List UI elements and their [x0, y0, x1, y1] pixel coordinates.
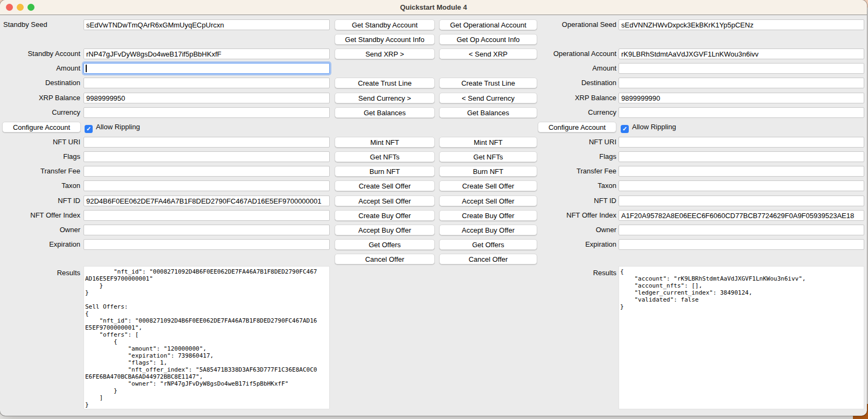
create-buy-offer-operational-button[interactable]: Create Buy Offer — [439, 210, 537, 221]
operational-amount-input[interactable] — [619, 63, 864, 74]
operational-destination-input[interactable] — [619, 78, 864, 88]
operational-seed-label: Operational Seed — [532, 19, 616, 30]
window-title: Quickstart Module 4 — [0, 0, 867, 15]
standby-destination-input[interactable] — [84, 78, 330, 88]
get-nfts-standby-button[interactable]: Get NFTs — [335, 151, 435, 162]
checkbox-checked-icon: ✓ — [85, 125, 93, 133]
standby-taxon-input[interactable] — [84, 180, 330, 191]
standby-amount-label: Amount — [0, 63, 80, 74]
operational-xrp-balance-label: XRP Balance — [532, 93, 616, 103]
standby-nft-id-input[interactable] — [84, 195, 330, 206]
operational-currency-label: Currency — [532, 107, 616, 118]
operational-results-output[interactable]: { "account": "rK9LBRhStdmtAaVdJXGVF1LnKW… — [619, 266, 864, 409]
operational-transfer-fee-input[interactable] — [619, 166, 864, 177]
operational-owner-label: Owner — [532, 225, 616, 235]
operational-account-label: Operational Account — [532, 48, 616, 59]
standby-results-output[interactable]: "nft_id": "0008271092D4B6F0EE062DE7FA46A… — [84, 266, 330, 409]
operational-nft-offer-index-label: NFT Offer Index — [532, 210, 616, 221]
standby-currency-label: Currency — [0, 107, 80, 118]
get-standby-account-info-button[interactable]: Get Standby Account Info — [335, 34, 435, 45]
accept-sell-offer-operational-button[interactable]: Accept Sell Offer — [439, 195, 537, 206]
standby-destination-label: Destination — [0, 78, 80, 88]
operational-account-input[interactable] — [619, 48, 864, 59]
text-cursor — [86, 65, 87, 72]
standby-results-label: Results — [0, 268, 80, 278]
get-offers-standby-button[interactable]: Get Offers — [335, 239, 435, 250]
allow-rippling-label: Allow Rippling — [632, 123, 676, 131]
standby-account-input[interactable] — [84, 48, 330, 59]
standby-transfer-fee-input[interactable] — [84, 166, 330, 177]
configure-account-button-standby[interactable]: Configure Account — [2, 122, 81, 132]
cancel-offer-standby-button[interactable]: Cancel Offer — [335, 254, 435, 264]
standby-nft-uri-label: NFT URI — [0, 137, 80, 148]
get-operational-account-button[interactable]: Get Operational Account — [439, 19, 537, 30]
operational-flags-input[interactable] — [619, 151, 864, 162]
standby-seed-input[interactable] — [84, 19, 330, 30]
operational-destination-label: Destination — [532, 78, 616, 88]
standby-currency-input[interactable] — [84, 107, 330, 118]
send-currency-operational-button[interactable]: < Send Currency — [439, 93, 537, 103]
operational-nft-offer-index-input[interactable] — [619, 210, 864, 221]
create-buy-offer-standby-button[interactable]: Create Buy Offer — [335, 210, 435, 221]
get-nfts-operational-button[interactable]: Get NFTs — [439, 151, 537, 162]
get-op-account-info-button[interactable]: Get Op Account Info — [439, 34, 537, 45]
standby-nft-id-label: NFT ID — [0, 195, 80, 206]
standby-transfer-fee-label: Transfer Fee — [0, 166, 80, 177]
operational-nft-id-input[interactable] — [619, 195, 864, 206]
operational-expiration-label: Expiration — [532, 239, 616, 250]
create-trust-line-standby-button[interactable]: Create Trust Line — [335, 78, 435, 88]
operational-currency-input[interactable] — [619, 107, 864, 118]
send-xrp-operational-button[interactable]: < Send XRP — [439, 48, 537, 59]
standby-xrp-balance-label: XRP Balance — [0, 93, 80, 103]
burn-nft-standby-button[interactable]: Burn NFT — [335, 166, 435, 177]
accept-sell-offer-standby-button[interactable]: Accept Sell Offer — [335, 195, 435, 206]
accept-buy-offer-operational-button[interactable]: Accept Buy Offer — [439, 225, 537, 235]
accept-buy-offer-standby-button[interactable]: Accept Buy Offer — [335, 225, 435, 235]
operational-transfer-fee-label: Transfer Fee — [532, 166, 616, 177]
get-balances-operational-button[interactable]: Get Balances — [439, 107, 537, 118]
send-currency-standby-button[interactable]: Send Currency > — [335, 93, 435, 103]
send-xrp-standby-button[interactable]: Send XRP > — [335, 48, 435, 59]
operational-seed-input[interactable] — [619, 19, 864, 30]
get-standby-account-button[interactable]: Get Standby Account — [335, 19, 435, 30]
standby-account-label: Standby Account — [0, 48, 80, 59]
burn-nft-operational-button[interactable]: Burn NFT — [439, 166, 537, 177]
operational-nft-id-label: NFT ID — [532, 195, 616, 206]
titlebar: Quickstart Module 4 — [0, 0, 867, 15]
standby-expiration-input[interactable] — [84, 239, 330, 250]
standby-xrp-balance-input[interactable] — [84, 93, 330, 103]
standby-amount-input[interactable] — [84, 63, 330, 74]
operational-nft-uri-label: NFT URI — [532, 137, 616, 148]
operational-amount-label: Amount — [532, 63, 616, 74]
operational-xrp-balance-input[interactable] — [619, 93, 864, 103]
cancel-offer-operational-button[interactable]: Cancel Offer — [439, 254, 537, 264]
configure-account-button-operational[interactable]: Configure Account — [538, 122, 616, 132]
standby-taxon-label: Taxon — [0, 180, 80, 191]
standby-owner-input[interactable] — [84, 225, 330, 235]
get-offers-operational-button[interactable]: Get Offers — [439, 239, 537, 250]
standby-flags-label: Flags — [0, 151, 80, 162]
mint-nft-operational-button[interactable]: Mint NFT — [439, 137, 537, 148]
create-sell-offer-operational-button[interactable]: Create Sell Offer — [439, 180, 537, 191]
get-balances-standby-button[interactable]: Get Balances — [335, 107, 435, 118]
app-window: Quickstart Module 4 Standby Seed Standby… — [0, 0, 867, 416]
mint-nft-standby-button[interactable]: Mint NFT — [335, 137, 435, 148]
create-trust-line-operational-button[interactable]: Create Trust Line — [439, 78, 537, 88]
operational-flags-label: Flags — [532, 151, 616, 162]
standby-flags-input[interactable] — [84, 151, 330, 162]
allow-rippling-label: Allow Rippling — [96, 123, 140, 131]
standby-expiration-label: Expiration — [0, 239, 80, 250]
operational-results-label: Results — [532, 268, 616, 278]
standby-owner-label: Owner — [0, 225, 80, 235]
checkbox-checked-icon: ✓ — [621, 125, 629, 133]
operational-owner-input[interactable] — [619, 225, 864, 235]
operational-taxon-input[interactable] — [619, 180, 864, 191]
allow-rippling-checkbox-standby[interactable]: ✓Allow Rippling — [85, 122, 140, 132]
standby-nft-offer-index-label: NFT Offer Index — [0, 210, 80, 221]
create-sell-offer-standby-button[interactable]: Create Sell Offer — [335, 180, 435, 191]
standby-nft-offer-index-input[interactable] — [84, 210, 330, 221]
operational-nft-uri-input[interactable] — [619, 137, 864, 148]
standby-nft-uri-input[interactable] — [84, 137, 330, 148]
operational-expiration-input[interactable] — [619, 239, 864, 250]
allow-rippling-checkbox-operational[interactable]: ✓Allow Rippling — [621, 122, 676, 132]
